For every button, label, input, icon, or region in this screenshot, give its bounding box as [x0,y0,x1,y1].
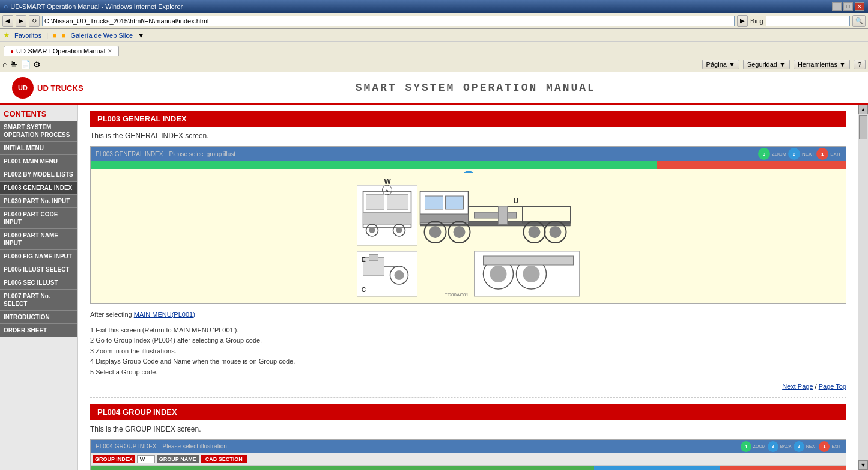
ie-toolbar-right: Página ▼ Seguridad ▼ Herramientas ▼ ? [702,60,866,69]
screen-subtitle: Please select group illust [169,151,235,157]
main-menu-link[interactable]: MAIN MENU(PL001) [134,311,195,318]
help-button[interactable]: ? [854,60,866,69]
sidebar-item-pl060-fig[interactable]: PL060 FIG NAME INPUT [0,250,77,263]
tab-bar: ● UD-SMART Operation Manual ✕ [0,42,868,56]
favorites-bar: ★ Favoritos | ■ ■ Galería de Web Slice ▼ [0,29,868,42]
ud-logo: UD UD TRUCKS [12,77,83,99]
scroll-thumb[interactable] [859,115,867,139]
svg-point-43 [523,266,540,282]
svg-text:U: U [514,197,519,205]
seguridad-button[interactable]: Seguridad ▼ [743,60,790,69]
svg-point-25 [529,226,541,238]
forward-button[interactable]: ▶ [16,15,26,27]
favoritos-link[interactable]: Favoritos [14,32,41,39]
svg-point-7 [369,227,375,233]
search-input[interactable] [766,16,850,26]
screen-title: PL003 GENERAL INDEX [96,151,163,157]
maximize-button[interactable]: □ [843,2,853,11]
pl004-screen-box: PL004 GROUP INDEX Please select illustra… [90,439,846,470]
pl004-screen-title: PL004 GROUP INDEX [96,443,157,450]
sidebar: CONTENTS SMART SYSTEM OPERATION PROCESS … [0,105,78,470]
minimize-button[interactable]: – [832,2,842,11]
sidebar-item-pl060-part[interactable]: PL060 PART NAME INPUT [0,229,77,250]
contents-label: CONTENTS [0,105,77,121]
sidebar-item-smart-system[interactable]: SMART SYSTEM OPERATION PROCESS [0,121,77,142]
window-title: UD-SMART Operation Manual - Windows Inte… [10,3,183,10]
instruction-4: 4 Displays Group Code and Name when the … [90,356,846,367]
section1-header: PL003 GENERAL INDEX [90,111,846,127]
pl004-zoom-btn[interactable]: 4 [741,441,751,452]
ie-toolbar: ⌂ 🖶 📄 ⚙ Página ▼ Seguridad ▼ Herramienta… [0,56,868,72]
svg-text:E: E [362,256,366,263]
page-header: UD UD TRUCKS SMART SYSTEM OPERATION MANU… [0,72,868,105]
svg-rect-4 [387,194,408,209]
fav-separator: | [46,32,48,39]
search-button[interactable]: 🔍 [852,15,866,27]
svg-text:W: W [384,177,392,186]
sidebar-item-order-sheet[interactable]: ORDER SHEET [0,324,77,337]
scroll-up-arrow[interactable]: ▲ [858,105,868,114]
sidebar-item-pl002[interactable]: PL002 BY MODEL LISTS [0,168,77,182]
svg-text:EG00AC01: EG00AC01 [445,292,469,298]
sidebar-item-pl001[interactable]: PL001 MAIN MENU [0,155,77,168]
exit-btn[interactable]: 1 [816,148,828,160]
pl003-screen-box: PL003 GENERAL INDEX Please select group … [90,146,846,304]
star-icon: ★ [4,31,10,39]
svg-rect-16 [446,196,464,209]
close-button[interactable]: ✕ [855,2,864,11]
pl004-back-btn[interactable]: 3 [768,441,778,452]
next-page-link[interactable]: Next Page [782,383,813,390]
pl004-exit-btn[interactable]: 1 [819,441,830,452]
window-controls: – □ ✕ [832,2,864,11]
address-bar: ◀ ▶ ↻ ▶ Bing 🔍 [0,13,868,29]
nav-links-1: Next Page / Page Top [90,383,846,390]
group-index-value: W [137,455,155,463]
sidebar-item-pl005[interactable]: PL005 ILLUST SELECT [0,263,77,276]
next-btn[interactable]: 2 [788,148,800,160]
svg-rect-15 [425,196,443,209]
back-button[interactable]: ◀ [2,15,13,27]
svg-rect-28 [475,212,517,218]
tools-icon: ⚙ [33,60,41,69]
sidebar-item-pl006[interactable]: PL006 SEC ILLUST [0,276,77,290]
ud-logo-circle: UD [12,77,34,99]
rss-icon: ■ [53,32,57,39]
tab-label: UD-SMART Operation Manual [16,47,105,55]
print-icon: 🖶 [10,60,18,69]
main-area: CONTENTS SMART SYSTEM OPERATION PROCESS … [0,105,868,470]
pagina-button[interactable]: Página ▼ [702,60,739,69]
section-divider [90,397,846,398]
go-button[interactable]: ▶ [737,15,748,27]
svg-rect-5 [363,212,411,224]
herramientas-button[interactable]: Herramientas ▼ [794,60,850,69]
tab-close-icon[interactable]: ✕ [108,48,112,54]
section2-header: PL004 GROUP INDEX [90,404,846,420]
svg-rect-44 [484,256,574,265]
screen-box-header: PL003 GENERAL INDEX Please select group … [91,147,846,161]
page-title: SMART SYSTEM OPERATION MANUAL [96,82,856,94]
zoom-btn[interactable]: 3 [758,148,770,160]
sidebar-item-pl003[interactable]: PL003 GENERAL INDEX [0,182,77,195]
content-area: PL003 GENERAL INDEX This is the GENERAL … [78,105,858,470]
page-top-link[interactable]: Page Top [819,383,846,390]
main-tab[interactable]: ● UD-SMART Operation Manual ✕ [4,46,119,56]
sidebar-item-pl030[interactable]: PL030 PART No. INPUT [0,195,77,208]
pl004-next-btn[interactable]: 2 [794,441,804,452]
sidebar-item-introduction[interactable]: INTRODUCTION [0,311,77,324]
after-selecting-text: After selecting MAIN MENU(PL001) [90,310,846,320]
svg-rect-3 [366,194,384,209]
sidebar-item-pl007[interactable]: PL007 PART No. SELECT [0,290,77,311]
svg-point-23 [454,226,466,238]
ie-icon: ○ [4,2,8,11]
sidebar-item-pl040[interactable]: PL040 PART CODE INPUT [0,208,77,229]
main-scrollbar: ▲ ▼ [858,105,868,470]
refresh-button[interactable]: ↻ [29,15,40,27]
sidebar-item-initial-menu[interactable]: INITIAL MENU [0,142,77,155]
svg-text:C: C [362,286,366,293]
scroll-down-arrow[interactable]: ▼ [858,460,868,470]
address-input[interactable] [42,16,735,26]
svg-rect-33 [369,254,378,260]
instruction-5: 5 Select a Group code. [90,367,846,378]
galeria-link[interactable]: Galería de Web Slice [70,32,133,39]
group-index-label: GROUP INDEX [93,455,135,463]
